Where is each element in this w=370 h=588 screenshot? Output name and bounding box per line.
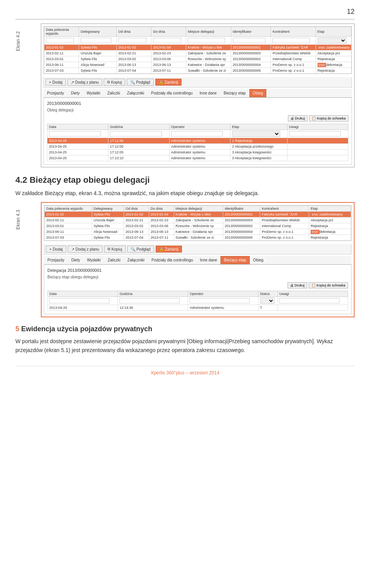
copy-button[interactable]: ⧉ Kopiuj — [104, 79, 125, 86]
preview-button[interactable]: 🔍 Podgląd — [127, 79, 154, 86]
filter-od[interactable] — [118, 38, 146, 43]
table-row[interactable]: 2013-07-03 Sylwia Flis 2013-07-04 2013-0… — [44, 68, 352, 74]
tab-biezacy[interactable]: Bieżący etap — [220, 89, 249, 97]
table-row[interactable]: 2013-04-25 17:11:56 Administrator system… — [47, 138, 348, 144]
table-row[interactable]: 2013-01-02 Sylwia Flis 2013-01-02 2013-0… — [44, 45, 352, 51]
table-row[interactable]: 2013-04-25 17:12:05 Administrator system… — [47, 150, 348, 155]
add-plan-button-2[interactable]: ↗ Dodaj z planu — [68, 246, 103, 253]
clipboard-button-1[interactable]: 📋 Kopiuj do schowka — [309, 115, 348, 121]
tab-diety[interactable]: Diety — [67, 89, 83, 97]
cell-id: 2013/0000000005 — [231, 68, 271, 74]
cell-from: 2013-02-21 — [117, 51, 151, 56]
print-button-2[interactable]: 🖨 Drukuj — [288, 282, 307, 288]
table-row[interactable]: 2013-02-11 Urszula Bajer 2013-02-21 2013… — [44, 51, 352, 56]
filter2-godzina[interactable] — [119, 298, 180, 303]
filter-row[interactable] — [44, 37, 352, 45]
table-row[interactable]: 2013-04-25 17:12:00 Administrator system… — [47, 144, 348, 150]
table-row[interactable]: 2013-07-03 Sylwia Flis 2013-07-04 2013-0… — [45, 235, 351, 241]
filter-miejsce[interactable] — [188, 38, 225, 43]
cell-place: Suwałki - Szkolenie ze zi — [174, 235, 223, 241]
filter-operator-inner[interactable] — [171, 131, 223, 136]
tab2-przejazdy[interactable]: Przejazdy — [44, 256, 68, 264]
filter-delegowany[interactable] — [81, 38, 111, 43]
add-button[interactable]: + Dodaj — [45, 79, 66, 86]
filter-kontrahent[interactable] — [272, 38, 310, 43]
tab2-obieg[interactable]: Obieg — [250, 256, 267, 264]
cell-to: 2013-07-11 — [151, 68, 186, 74]
tab2-podzialy[interactable]: Podziały dla controllingu — [148, 256, 197, 264]
cell-from: 2013-03-02 — [124, 223, 149, 229]
filter-date[interactable] — [46, 38, 74, 43]
table-row[interactable]: 2013-06-11 Alicja Nowosad 2013-06-13 201… — [44, 62, 352, 68]
cell-godzina: 17:12:00 — [108, 144, 169, 150]
cell-contractor: ProDemo sp. z o.o.1 — [260, 229, 309, 235]
cell-to: 2013-01-04 — [149, 212, 174, 217]
inner-filter-row[interactable] — [47, 130, 348, 138]
printer-icon-2: 🖨 — [290, 283, 294, 287]
clipboard-button-2[interactable]: 📋 Kopiuj do schowka — [309, 282, 348, 288]
tab-obieg[interactable]: Obieg — [249, 89, 267, 97]
tab-wydatki[interactable]: Wydatki — [83, 89, 104, 97]
tab2-wydatki[interactable]: Wydatki — [84, 256, 104, 264]
tab-przejazdy[interactable]: Przejazdy — [44, 89, 67, 97]
cell-person: Urszula Bajer — [79, 51, 117, 56]
filter2-status[interactable] — [260, 298, 274, 304]
filter2-uwagi[interactable] — [279, 298, 340, 303]
filter2-data[interactable] — [49, 298, 109, 303]
filter-etap[interactable] — [318, 37, 346, 44]
table-header-row: Data polecenia wyjazdu Delegowany Od dni… — [44, 27, 352, 37]
filter-id[interactable] — [233, 38, 266, 43]
table-row[interactable]: 2013-04-26 12:14:36 Administrator system… — [48, 305, 348, 311]
cell-date: 2013-02-11 — [45, 217, 92, 223]
tab2-biezacy[interactable]: Bieżący etap — [220, 256, 249, 264]
filter-uwagi-inner[interactable] — [289, 131, 341, 136]
cell-id: 2013/0000000001 — [223, 212, 260, 217]
tab2-zalaczniki[interactable]: Załączniki — [124, 256, 148, 264]
table-row[interactable]: 2013-01-02 Sylwia Flis 2013-01-02 2013-0… — [45, 212, 351, 217]
th-identyfikator: Identyfikator — [231, 27, 271, 37]
cell-etap: 1 Rejestracja — [230, 138, 287, 144]
add-button-2[interactable]: + Dodaj — [46, 246, 66, 253]
filter-godzina-inner[interactable] — [110, 131, 161, 136]
cell-person: Sylwia Flis — [92, 223, 124, 229]
filter-etap-inner[interactable] — [232, 131, 280, 137]
tab-zalaczniki[interactable]: Załączniki — [124, 89, 148, 97]
panel-subtitle-2: Bieżący etap obiegu delegacji — [47, 275, 348, 279]
cell-from: 2013-02-21 — [124, 217, 149, 223]
cell-date: 2013-06-11 — [45, 229, 92, 235]
filter-data-inner[interactable] — [49, 131, 101, 136]
table-row[interactable]: 2013-03-01 Sylwia Flis 2013-03-02 2013-0… — [44, 56, 352, 62]
tab-inne[interactable]: Inne dane — [196, 89, 220, 97]
tab-zaliczki[interactable]: Zaliczki — [104, 89, 123, 97]
tab2-inne[interactable]: Inne dane — [197, 256, 221, 264]
cell-status: ENDzadekretowany — [316, 45, 352, 51]
cell-operator-2: Administrator systemu — [188, 305, 258, 311]
page-footer: Xpertis 360°plus – wrzesień 2014 — [15, 366, 355, 376]
clipboard-icon-2: 📋 — [311, 283, 316, 287]
th2-uwagi: Uwagi — [278, 291, 348, 297]
toolbar-1: + Dodaj ↗ Dodaj z planu ⧉ Kopiuj 🔍 Podgl… — [44, 77, 352, 88]
table-row[interactable]: 2013-04-25 17:13:10 Administrator system… — [47, 155, 348, 161]
close-button[interactable]: 🔒 Zamknij — [155, 79, 182, 86]
add-plan-button[interactable]: ↗ Dodaj z planu — [67, 79, 102, 86]
copy-button-2[interactable]: ⧉ Kopiuj — [104, 246, 126, 253]
print-button-1[interactable]: 🖨 Drukuj — [288, 115, 308, 121]
cell-status: Akceptacja prz — [316, 51, 352, 56]
cell-person: Sylwia Flis — [79, 56, 117, 62]
tab2-zaliczki[interactable]: Zaliczki — [104, 256, 124, 264]
tab2-diety[interactable]: Diety — [68, 256, 84, 264]
filter-do[interactable] — [153, 38, 181, 43]
panel-subtitle-1: Obieg delegacji — [47, 108, 348, 112]
cell-person: Sylwia Flis — [92, 235, 124, 241]
inner-filter-row-2[interactable] — [48, 297, 348, 305]
close-button-2[interactable]: 🔒 Zamknij — [156, 246, 182, 253]
cell-id: 2013/0000000003 — [231, 51, 271, 56]
cell-id: 2013/0000000004 — [223, 229, 260, 235]
table-row[interactable]: 2013-03-01 Sylwia Flis 2013-03-02 2013-0… — [45, 223, 351, 229]
tab-podzialy[interactable]: Podziały dla controllingu — [148, 89, 196, 97]
table-row[interactable]: 2013-02-11 Urszula Bajer 2013-02-21 2013… — [45, 217, 351, 223]
delegation-table-2: Data polecenia wyjazdu Delegowany Od dni… — [44, 205, 352, 241]
table-row[interactable]: 2013-06-11 Alicja Nowosad 2013-06-13 201… — [45, 229, 351, 235]
filter2-operator[interactable] — [190, 298, 250, 303]
preview-button-2[interactable]: 🔍 Podgląd — [127, 246, 154, 253]
